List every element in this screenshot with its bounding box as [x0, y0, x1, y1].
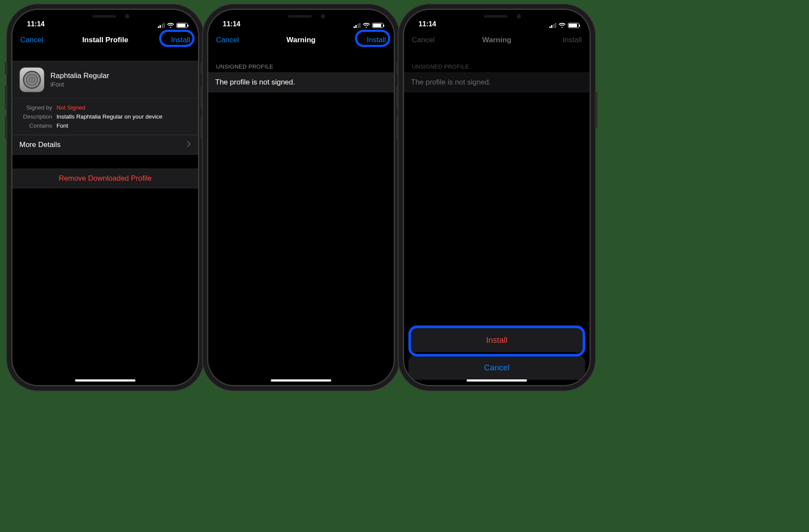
unsigned-message-cell: The profile is not signed.	[404, 72, 590, 92]
contains-value: Font	[56, 122, 68, 129]
notch	[62, 10, 148, 23]
nav-bar: Cancel Warning Install	[208, 29, 394, 51]
volume-down-button[interactable]	[201, 116, 203, 139]
notch	[454, 10, 540, 23]
home-indicator[interactable]	[467, 379, 527, 382]
volume-down-button[interactable]	[396, 116, 399, 139]
cancel-button: Cancel	[412, 36, 442, 44]
volume-up-button[interactable]	[5, 85, 7, 109]
sheet-install-button[interactable]: Install	[408, 328, 585, 352]
phone-frame-3: 11:14 Cancel Warning Install UNSIGNED PR…	[404, 10, 590, 385]
nav-title: Warning	[482, 36, 511, 44]
sheet-cancel-button[interactable]: Cancel	[408, 356, 585, 380]
description-label: Description	[19, 113, 56, 120]
volume-up-button[interactable]	[396, 85, 399, 109]
profile-title: Raphtalia Regular	[50, 72, 109, 80]
power-button[interactable]	[595, 92, 597, 128]
more-details-label: More Details	[19, 141, 60, 149]
more-details-cell[interactable]: More Details	[13, 135, 198, 155]
section-header: UNSIGNED PROFILE	[404, 56, 590, 72]
phone-frame-2: 11:14 Cancel Warning Install UNSIGNED PR…	[208, 10, 394, 385]
signed-by-label: Signed by	[19, 104, 56, 111]
nav-bar: Cancel Warning Install	[404, 29, 590, 51]
nav-bar: Cancel Install Profile Install	[13, 29, 198, 51]
home-indicator[interactable]	[271, 379, 331, 382]
signed-by-value: Not Signed	[56, 104, 85, 111]
profile-subtitle: iFont	[50, 81, 109, 88]
mute-switch[interactable]	[5, 62, 7, 75]
volume-down-button[interactable]	[5, 116, 7, 139]
remove-profile-button[interactable]: Remove Downloaded Profile	[13, 169, 198, 188]
section-header: UNSIGNED PROFILE	[208, 56, 394, 72]
nav-title: Warning	[286, 36, 315, 44]
description-value: Installs Raphtalia Regular on your devic…	[56, 113, 162, 120]
contains-label: Contains	[19, 122, 56, 129]
mute-switch[interactable]	[396, 62, 399, 75]
status-time: 11:14	[414, 20, 440, 28]
power-button[interactable]	[399, 92, 401, 128]
power-button[interactable]	[203, 92, 206, 128]
home-indicator[interactable]	[75, 379, 135, 382]
action-sheet: Install Cancel	[408, 325, 585, 380]
status-time: 11:14	[219, 20, 245, 28]
cellular-icon	[549, 23, 557, 28]
notch	[258, 10, 344, 23]
cancel-button[interactable]: Cancel	[216, 36, 246, 44]
cellular-icon	[354, 23, 361, 28]
install-button[interactable]: Install	[160, 36, 190, 44]
chevron-right-icon	[187, 141, 191, 149]
phone-frame-1: 11:14 Cancel Install Profile Install Rap…	[13, 10, 198, 385]
cancel-button[interactable]: Cancel	[20, 36, 50, 44]
profile-meta: Signed by Not Signed Description Install…	[13, 99, 198, 135]
status-time: 11:14	[23, 20, 49, 28]
nav-title: Install Profile	[82, 36, 129, 44]
battery-icon	[372, 23, 383, 28]
battery-icon	[568, 23, 579, 28]
profile-summary-cell: Raphtalia Regular iFont	[13, 61, 198, 99]
wifi-icon	[167, 23, 174, 28]
cellular-icon	[158, 23, 165, 28]
battery-icon	[176, 23, 188, 28]
install-button[interactable]: Install	[356, 36, 386, 44]
unsigned-message-cell: The profile is not signed.	[208, 72, 394, 92]
settings-icon	[19, 67, 44, 92]
wifi-icon	[363, 23, 370, 28]
wifi-icon	[558, 23, 566, 28]
install-button: Install	[552, 36, 582, 44]
mute-switch[interactable]	[201, 62, 203, 75]
volume-up-button[interactable]	[201, 85, 203, 109]
